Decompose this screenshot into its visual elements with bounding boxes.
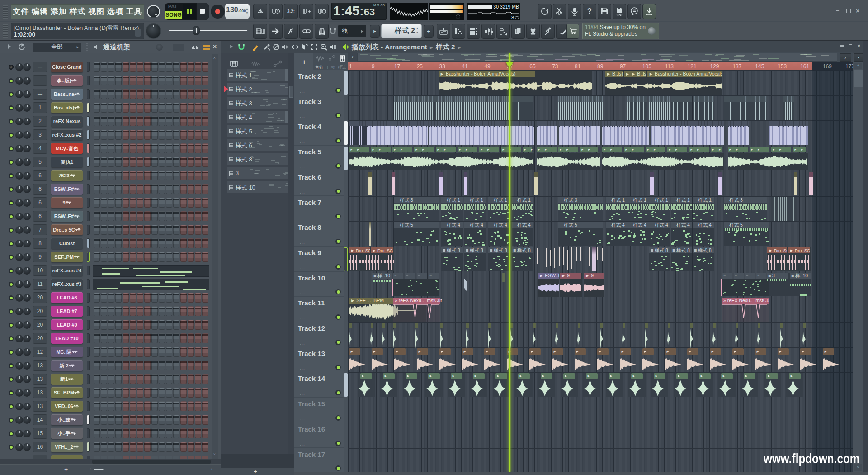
svg-text:自动: 自动	[327, 65, 335, 70]
svg-text:音符: 音符	[315, 65, 323, 70]
